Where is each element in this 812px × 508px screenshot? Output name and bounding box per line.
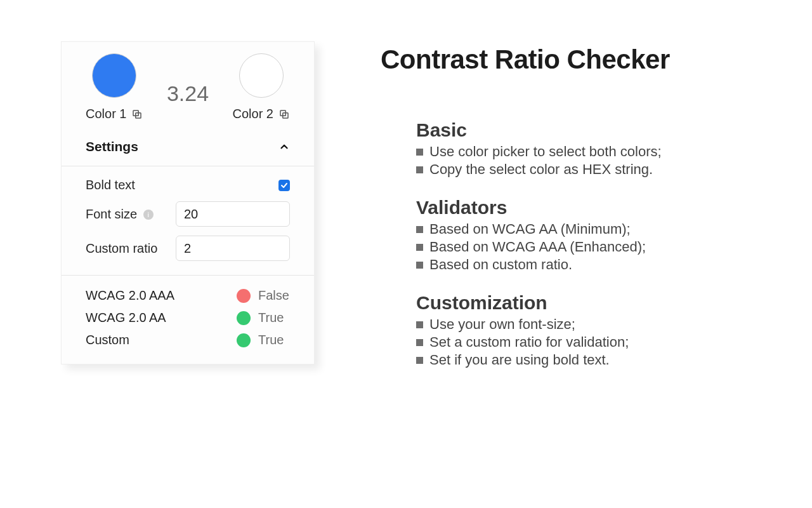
list-item: Based on custom ratio.	[416, 257, 774, 273]
result-row-aa: WCAG 2.0 AA True	[86, 311, 290, 325]
section-head: Customization	[416, 292, 774, 314]
settings-label: Settings	[86, 139, 138, 154]
settings-body: Bold text Font size i Custom ratio	[62, 166, 314, 276]
status-text: True	[258, 333, 290, 347]
list-item: Set a custom ratio for validation;	[416, 334, 774, 351]
list-item: Set if you are using bold text.	[416, 352, 774, 368]
list-item: Based on WCAG AAA (Enhanced);	[416, 239, 774, 255]
section-customization: Customization Use your own font-size; Se…	[416, 292, 774, 368]
color2-column: Color 2	[233, 53, 290, 121]
section-head: Validators	[416, 197, 774, 218]
page-title: Contrast Ratio Checker	[381, 44, 774, 75]
info-icon[interactable]: i	[143, 210, 154, 220]
font-size-row: Font size i	[86, 201, 290, 227]
status-dot-icon	[237, 333, 251, 347]
copy-icon[interactable]	[131, 109, 143, 120]
bullet-icon	[416, 166, 423, 173]
settings-header[interactable]: Settings	[62, 128, 314, 166]
custom-ratio-row: Custom ratio	[86, 236, 290, 261]
result-row-custom: Custom True	[86, 333, 290, 347]
list-item: Copy the select color as HEX string.	[416, 161, 774, 178]
custom-ratio-input[interactable]	[176, 236, 290, 261]
list-item: Based on WCAG AA (Minimum);	[416, 221, 774, 237]
result-label: WCAG 2.0 AAA	[86, 288, 174, 303]
bullet-icon	[416, 226, 423, 233]
bullet-icon	[416, 357, 423, 364]
info-column: Contrast Ratio Checker Basic Use color p…	[381, 44, 774, 387]
results-section: WCAG 2.0 AAA False WCAG 2.0 AA True Cust…	[62, 276, 314, 364]
section-basic: Basic Use color picker to select both co…	[416, 119, 774, 178]
color2-swatch[interactable]	[239, 53, 284, 98]
list-item: Use color picker to select both colors;	[416, 144, 774, 160]
color1-swatch[interactable]	[92, 53, 136, 98]
copy-icon[interactable]	[278, 109, 290, 120]
section-head: Basic	[416, 119, 774, 141]
bullet-icon	[416, 321, 423, 328]
custom-ratio-label: Custom ratio	[86, 241, 157, 256]
bullet-icon	[416, 339, 423, 346]
status-text: True	[258, 311, 290, 325]
swatch-row: Color 1 3.24 Color 2	[62, 42, 314, 128]
result-label: Custom	[86, 333, 129, 347]
bullet-icon	[416, 149, 423, 156]
color2-label-row: Color 2	[233, 107, 290, 121]
bold-text-label: Bold text	[86, 178, 135, 192]
section-validators: Validators Based on WCAG AA (Minimum); B…	[416, 197, 774, 273]
chevron-up-icon	[278, 141, 290, 152]
bullet-icon	[416, 244, 423, 251]
status-text: False	[258, 288, 290, 303]
list-item: Use your own font-size;	[416, 316, 774, 333]
color1-column: Color 1	[86, 53, 143, 121]
color1-label-row: Color 1	[86, 107, 143, 121]
status-dot-icon	[237, 289, 251, 303]
color1-label: Color 1	[86, 107, 126, 121]
result-label: WCAG 2.0 AA	[86, 311, 166, 325]
contrast-ratio-value: 3.24	[167, 69, 209, 106]
result-row-aaa: WCAG 2.0 AAA False	[86, 288, 290, 303]
status-dot-icon	[237, 311, 251, 325]
color2-label: Color 2	[233, 107, 273, 121]
font-size-label: Font size i	[86, 207, 154, 222]
bullet-icon	[416, 262, 423, 269]
font-size-input[interactable]	[176, 201, 290, 227]
bold-text-row: Bold text	[86, 178, 290, 192]
bold-text-checkbox[interactable]	[278, 180, 290, 191]
contrast-panel: Color 1 3.24 Color 2	[61, 41, 315, 364]
